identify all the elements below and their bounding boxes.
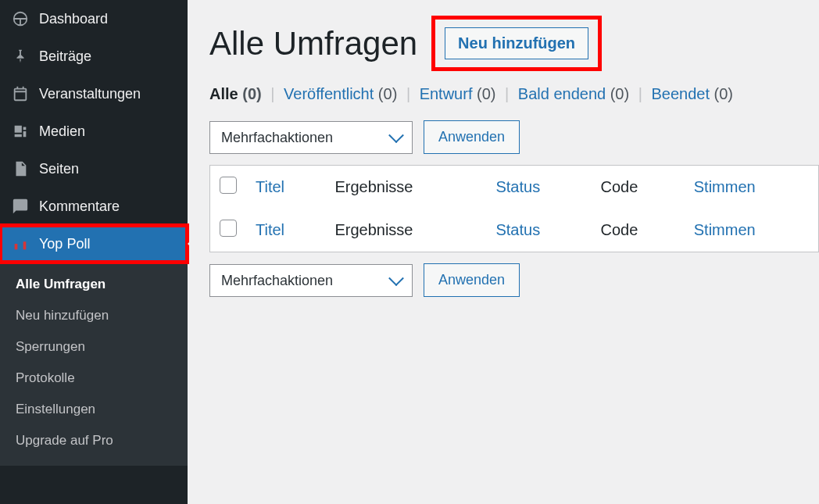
submenu-item-upgrade[interactable]: Upgrade auf Pro xyxy=(0,425,188,456)
bar-chart-icon xyxy=(11,234,30,253)
page-icon xyxy=(11,159,30,178)
col-status[interactable]: Status xyxy=(495,178,540,195)
bulk-action-select-wrap: Mehrfachaktionen xyxy=(209,121,413,154)
svg-rect-2 xyxy=(23,241,27,249)
sidebar-submenu: Alle Umfragen Neu hinzufügen Sperrungen … xyxy=(0,263,188,466)
svg-rect-0 xyxy=(15,244,18,249)
submenu-item-settings[interactable]: Einstellungen xyxy=(0,394,188,425)
bulk-action-select-bottom[interactable]: Mehrfachaktionen xyxy=(209,264,413,297)
page-title: Alle Umfragen xyxy=(209,25,417,63)
submenu-item-label: Alle Umfragen xyxy=(16,277,106,291)
sidebar-item-media[interactable]: Medien xyxy=(0,113,188,150)
admin-sidebar: Dashboard Beiträge Veranstaltungen Medie… xyxy=(0,0,188,504)
col-code: Code xyxy=(600,178,638,195)
col-results: Ergebnisse xyxy=(334,178,413,195)
select-all-footer xyxy=(210,209,247,252)
comment-icon xyxy=(11,197,30,216)
bulk-actions-bottom: Mehrfachaktionen Anwenden xyxy=(209,263,819,297)
pin-icon xyxy=(11,47,30,66)
col-title[interactable]: Titel xyxy=(256,178,284,195)
select-all-checkbox-footer[interactable] xyxy=(220,220,237,237)
media-icon xyxy=(11,122,30,141)
svg-rect-1 xyxy=(19,240,22,250)
submenu-item-label: Einstellungen xyxy=(16,402,95,416)
col-status-footer[interactable]: Status xyxy=(495,221,540,238)
submenu-item-logs[interactable]: Protokolle xyxy=(0,363,188,394)
filter-ended[interactable]: Beendet (0) xyxy=(651,85,733,102)
sidebar-item-label: Yop Poll xyxy=(39,236,90,252)
submenu-item-add-new[interactable]: Neu hinzufügen xyxy=(0,300,188,331)
sidebar-item-posts[interactable]: Beiträge xyxy=(0,38,188,75)
col-code-footer: Code xyxy=(600,221,638,238)
sidebar-item-label: Seiten xyxy=(39,161,79,177)
status-filters: Alle (0) | Veröffentlicht (0) | Entwurf … xyxy=(209,85,819,103)
add-new-highlight: Neu hinzufügen xyxy=(431,16,602,71)
table-header-row: Titel Ergebnisse Status Code Stimmen xyxy=(210,166,819,209)
submenu-item-all-polls[interactable]: Alle Umfragen xyxy=(0,269,188,300)
calendar-icon xyxy=(11,84,30,103)
add-new-button[interactable]: Neu hinzufügen xyxy=(445,27,588,59)
sidebar-item-label: Beiträge xyxy=(39,48,91,65)
sidebar-item-label: Dashboard xyxy=(39,11,108,27)
bulk-action-select-wrap-bottom: Mehrfachaktionen xyxy=(209,264,413,297)
polls-table: Titel Ergebnisse Status Code Stimmen Tit… xyxy=(209,165,819,252)
sidebar-item-pages[interactable]: Seiten xyxy=(0,150,188,188)
select-all-checkbox[interactable] xyxy=(220,177,237,194)
submenu-item-bans[interactable]: Sperrungen xyxy=(0,331,188,363)
bulk-action-select[interactable]: Mehrfachaktionen xyxy=(209,121,413,154)
submenu-item-label: Protokolle xyxy=(16,370,75,385)
main-content: Alle Umfragen Neu hinzufügen Alle (0) | … xyxy=(188,0,819,504)
sidebar-item-yop-poll[interactable]: Yop Poll xyxy=(0,225,188,263)
col-votes[interactable]: Stimmen xyxy=(694,178,756,195)
dashboard-icon xyxy=(11,9,30,28)
col-title-footer[interactable]: Titel xyxy=(256,221,284,238)
bulk-apply-button[interactable]: Anwenden xyxy=(424,120,520,154)
col-votes-footer[interactable]: Stimmen xyxy=(694,221,756,238)
filter-published[interactable]: Veröffentlicht (0) xyxy=(284,85,402,102)
filter-draft[interactable]: Entwurf (0) xyxy=(420,85,500,102)
sidebar-item-events[interactable]: Veranstaltungen xyxy=(0,75,188,113)
filter-all[interactable]: Alle (0) xyxy=(209,85,266,102)
table-footer-row: Titel Ergebnisse Status Code Stimmen xyxy=(210,209,819,252)
sidebar-item-label: Kommentare xyxy=(39,198,120,215)
sidebar-item-dashboard[interactable]: Dashboard xyxy=(0,0,188,38)
submenu-item-label: Neu hinzufügen xyxy=(16,308,109,323)
bulk-actions-top: Mehrfachaktionen Anwenden xyxy=(209,120,819,154)
select-all-header xyxy=(210,166,247,209)
sidebar-item-label: Veranstaltungen xyxy=(39,86,141,102)
sidebar-item-comments[interactable]: Kommentare xyxy=(0,188,188,225)
filter-ending[interactable]: Bald endend (0) xyxy=(518,85,634,102)
submenu-item-label: Sperrungen xyxy=(16,339,85,354)
bulk-apply-button-bottom[interactable]: Anwenden xyxy=(424,263,520,297)
col-results-footer: Ergebnisse xyxy=(334,221,413,238)
page-header: Alle Umfragen Neu hinzufügen xyxy=(209,16,819,71)
submenu-item-label: Upgrade auf Pro xyxy=(16,433,113,448)
sidebar-item-label: Medien xyxy=(39,123,85,140)
